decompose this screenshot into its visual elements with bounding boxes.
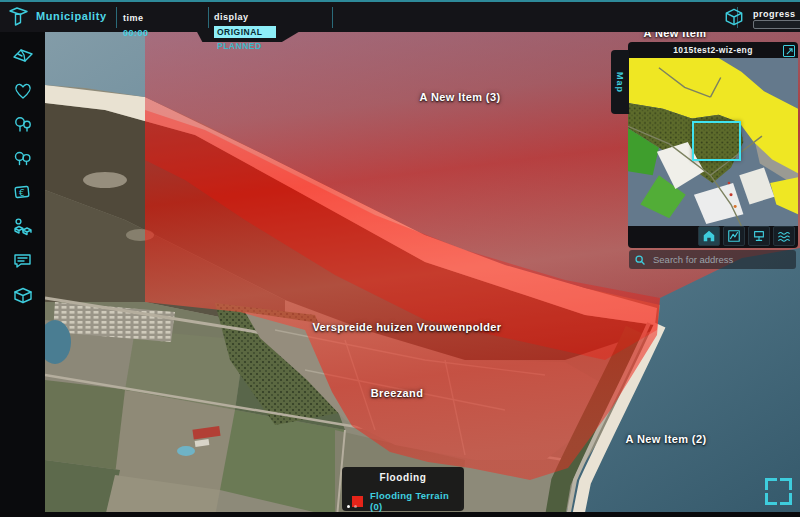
cube-icon: [723, 6, 745, 28]
minimap-panel: 1015test2-wiz-eng: [628, 42, 798, 248]
water-overlay-icon[interactable]: [773, 226, 795, 246]
search-input[interactable]: [651, 253, 791, 266]
legend-page-dots: [347, 505, 357, 508]
messages-icon[interactable]: [10, 248, 36, 273]
minimap-viewport-indicator[interactable]: [692, 121, 741, 161]
brand-name: Municipality: [36, 10, 107, 22]
display-option-original[interactable]: ORIGINAL: [214, 26, 276, 38]
minimap-toolbar: [698, 226, 795, 246]
time-widget: time 00:00: [123, 7, 149, 38]
trees-icon[interactable]: [10, 112, 36, 137]
display-label: display: [214, 12, 249, 22]
trees-alt-icon[interactable]: [10, 146, 36, 171]
storage-box-icon[interactable]: [10, 282, 36, 307]
display-switcher: display ORIGINAL PLANNED: [214, 6, 276, 51]
app-window: A New Item A New Item (3) Verspreide hui…: [0, 0, 800, 517]
minimap-canvas[interactable]: [628, 58, 798, 226]
sign-icon[interactable]: [748, 226, 770, 246]
left-toolbar: €: [0, 30, 45, 512]
display-option-planned[interactable]: PLANNED: [214, 41, 265, 51]
legend-item-label: Flooding Terrain (0): [370, 490, 464, 512]
time-label: time: [123, 13, 144, 23]
tygron-logo-icon: [7, 6, 31, 28]
overview-map-icon[interactable]: [723, 226, 745, 246]
expand-icon[interactable]: [783, 45, 795, 57]
resources-blocks-icon[interactable]: [10, 214, 36, 239]
flooding-legend-panel: Flooding Flooding Terrain (0): [342, 467, 464, 511]
address-search-bar: [629, 250, 796, 269]
header-divider: [116, 7, 117, 28]
heart-icon[interactable]: [10, 78, 36, 103]
progress-widget: progress: [723, 6, 745, 32]
minimap-header: 1015test2-wiz-eng: [628, 42, 798, 58]
legend-item-flooding-terrain[interactable]: Flooding Terrain (0): [352, 490, 464, 512]
top-header-bar: Municipality time 00:00 display ORIGINAL…: [0, 0, 800, 32]
home-icon[interactable]: [698, 226, 720, 246]
svg-text:€: €: [19, 187, 25, 197]
fullscreen-icon[interactable]: [765, 478, 792, 505]
progress-label: progress: [753, 9, 796, 19]
bottom-strip: [0, 512, 800, 517]
finance-euro-icon[interactable]: €: [10, 180, 36, 205]
plan-map-icon[interactable]: [10, 44, 36, 69]
minimap-map-tab[interactable]: Map: [611, 50, 629, 114]
project-title: 1015test2-wiz-eng: [628, 42, 798, 58]
header-divider: [208, 7, 209, 28]
legend-title: Flooding: [342, 472, 464, 483]
time-value: 00:00: [123, 28, 149, 38]
progress-bar: [753, 20, 800, 29]
search-icon: [634, 254, 646, 266]
header-divider: [332, 7, 333, 28]
